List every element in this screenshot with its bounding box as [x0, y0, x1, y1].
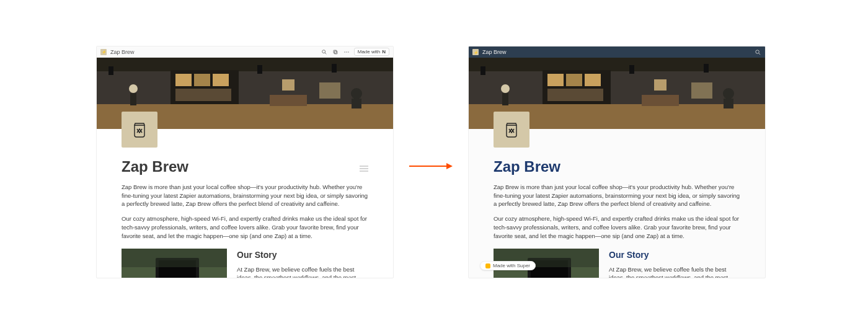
search-icon[interactable] [754, 48, 761, 56]
svg-rect-51 [642, 95, 679, 106]
more-icon[interactable] [343, 48, 350, 56]
svg-rect-15 [175, 89, 231, 101]
breadcrumb[interactable]: Zap Brew [110, 49, 135, 55]
svg-point-37 [755, 50, 759, 53]
svg-point-7 [348, 51, 348, 52]
intro-paragraph-2: Our cozy atmosphere, high-speed Wi-Fi, a… [494, 215, 740, 240]
svg-point-49 [723, 88, 734, 99]
svg-rect-17 [130, 93, 136, 105]
svg-point-16 [129, 84, 138, 93]
svg-rect-45 [585, 74, 601, 86]
breadcrumb[interactable]: Zap Brew [482, 49, 507, 55]
svg-point-1 [322, 50, 325, 53]
svg-rect-23 [332, 64, 337, 73]
svg-rect-13 [194, 74, 210, 86]
story-heading: Our Story [237, 249, 368, 261]
svg-rect-44 [566, 74, 582, 86]
svg-rect-12 [175, 74, 192, 86]
toc-icon[interactable] [360, 166, 368, 174]
page-content: Zap Brew Zap Brew is more than just your… [97, 129, 393, 278]
svg-point-5 [344, 51, 345, 52]
intro-paragraph-1: Zap Brew is more than just your local co… [494, 183, 740, 208]
page-icon [122, 112, 157, 148]
super-preview-panel: ⚡ Zap Brew [468, 46, 766, 278]
svg-rect-41 [469, 58, 765, 71]
svg-point-18 [351, 88, 362, 99]
svg-rect-43 [547, 74, 564, 86]
super-badge-label: Made with Super [493, 263, 530, 268]
page-icon [494, 112, 529, 148]
page-title: Zap Brew [122, 156, 355, 178]
svg-rect-20 [270, 95, 307, 106]
svg-line-2 [325, 53, 326, 54]
copy-icon[interactable] [332, 48, 339, 56]
notion-preview-panel: ⚡ Zap Brew Made with N [96, 46, 394, 278]
cover-image [97, 58, 393, 129]
notion-logo-icon: N [382, 49, 386, 55]
svg-rect-22 [257, 65, 262, 74]
story-paragraph-1: At Zap Brew, we believe coffee fuels the… [609, 265, 740, 278]
svg-rect-4 [334, 50, 337, 53]
svg-rect-3 [334, 51, 337, 54]
svg-point-47 [501, 84, 510, 93]
search-icon[interactable] [321, 48, 328, 56]
story-heading: Our Story [609, 249, 740, 261]
svg-rect-54 [704, 64, 709, 73]
page-icon-mini: ⚡ [100, 49, 107, 55]
svg-rect-19 [352, 99, 361, 108]
svg-rect-46 [547, 89, 603, 101]
svg-rect-10 [97, 58, 393, 71]
cover-image [469, 58, 765, 129]
transform-arrow [409, 161, 453, 174]
page-content: Zap Brew Zap Brew is more than just your… [469, 129, 765, 278]
svg-rect-36 [122, 249, 227, 267]
svg-rect-14 [213, 74, 229, 86]
svg-point-63 [505, 278, 512, 278]
made-with-label: Made with [358, 49, 380, 55]
page-icon-mini: ⚡ [472, 49, 479, 55]
super-topbar: ⚡ Zap Brew [469, 46, 765, 58]
notion-topbar: ⚡ Zap Brew Made with N [97, 46, 393, 58]
made-with-super-badge[interactable]: Made with Super [480, 261, 536, 270]
svg-line-38 [758, 53, 760, 55]
story-image [122, 249, 227, 278]
page-title: Zap Brew [494, 156, 740, 178]
svg-point-35 [133, 278, 140, 278]
made-with-notion-chip[interactable]: Made with N [354, 48, 389, 56]
svg-rect-25 [282, 79, 294, 91]
svg-point-6 [346, 51, 347, 52]
super-logo-icon [485, 263, 490, 268]
svg-rect-56 [654, 79, 666, 91]
svg-rect-48 [502, 93, 508, 105]
svg-rect-55 [691, 82, 712, 99]
svg-rect-24 [319, 82, 340, 99]
intro-paragraph-1: Zap Brew is more than just your local co… [122, 183, 368, 208]
svg-rect-52 [480, 66, 485, 75]
story-paragraph-1: At Zap Brew, we believe coffee fuels the… [237, 265, 368, 278]
intro-paragraph-2: Our cozy atmosphere, high-speed Wi-Fi, a… [122, 215, 368, 240]
svg-rect-21 [108, 66, 113, 75]
svg-rect-50 [724, 99, 733, 108]
svg-rect-53 [629, 65, 634, 74]
